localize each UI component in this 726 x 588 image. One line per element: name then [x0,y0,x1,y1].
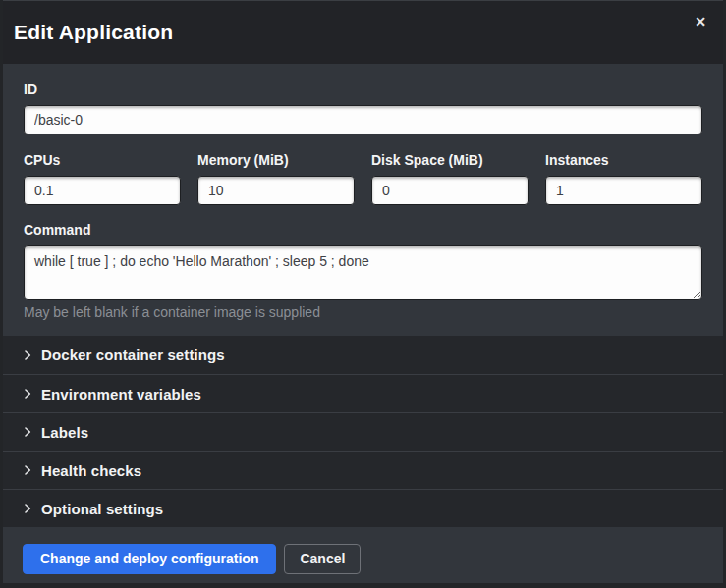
memory-label: Memory (MiB) [197,153,355,168]
chevron-right-icon [23,504,32,513]
modal-header: Edit Application ✕ [3,1,723,64]
chevron-right-icon [23,427,32,437]
section-optional-settings[interactable]: Optional settings [3,489,723,527]
change-and-deploy-button[interactable]: Change and deploy configuration [23,544,276,574]
chevron-right-icon [23,389,32,399]
section-docker-container-settings[interactable]: Docker container settings [3,336,723,374]
section-labels[interactable]: Labels [3,412,723,451]
command-help-text: May be left blank if a container image i… [24,304,702,321]
modal-footer: Change and deploy configuration Cancel [3,527,723,583]
disk-label: Disk Space (MiB) [371,153,529,168]
section-label: Labels [41,424,88,441]
section-label: Optional settings [41,501,163,517]
section-environment-variables[interactable]: Environment variables [3,374,723,412]
modal-body: ID CPUs Memory (MiB) Disk Space (MiB) In… [3,64,723,336]
close-icon[interactable]: ✕ [695,15,706,28]
section-label: Environment variables [41,386,201,402]
section-health-checks[interactable]: Health checks [3,451,723,489]
cpus-input[interactable] [24,176,181,205]
command-field-group: Command while [ true ] ; do echo 'Hello … [24,223,702,321]
disk-input[interactable] [371,176,529,205]
instances-field-group: Instances [545,153,702,205]
command-label: Command [24,223,702,238]
chevron-right-icon [23,465,32,475]
section-label: Docker container settings [41,347,225,363]
memory-field-group: Memory (MiB) [197,153,355,205]
cpus-field-group: CPUs [24,153,181,205]
chevron-right-icon [23,350,32,360]
edit-application-modal: Edit Application ✕ ID CPUs Memory (MiB) … [3,0,723,583]
id-input[interactable] [24,105,702,134]
id-label: ID [24,82,702,97]
id-field-group: ID [24,82,702,134]
resource-fields-row: CPUs Memory (MiB) Disk Space (MiB) Insta… [24,153,702,205]
accordion-sections: Docker container settings Environment va… [3,336,723,527]
memory-input[interactable] [197,176,355,205]
command-textarea[interactable]: while [ true ] ; do echo 'Hello Marathon… [24,245,702,300]
cancel-button[interactable]: Cancel [284,544,361,574]
disk-field-group: Disk Space (MiB) [371,153,529,205]
section-label: Health checks [41,462,141,479]
instances-input[interactable] [545,176,702,205]
instances-label: Instances [545,153,702,168]
cpus-label: CPUs [24,153,181,168]
modal-title: Edit Application [14,21,173,44]
